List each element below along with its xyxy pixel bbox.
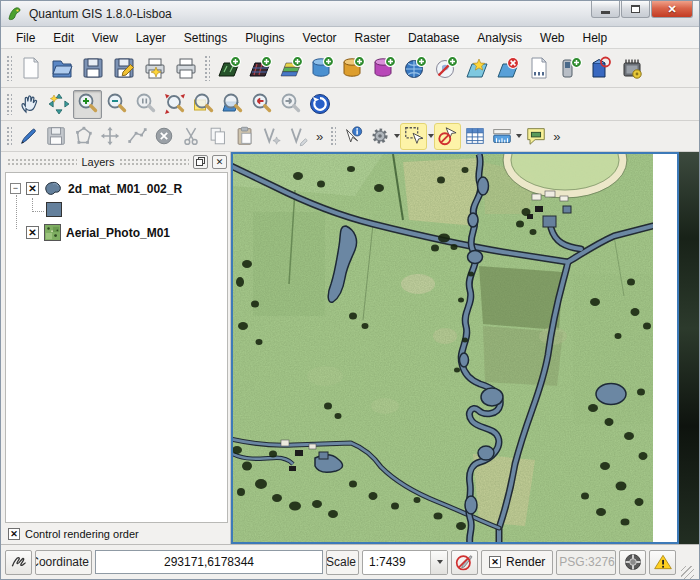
pan-to-selection-button[interactable] bbox=[44, 90, 73, 119]
crs-status-button[interactable] bbox=[619, 550, 646, 575]
identify-features-button[interactable] bbox=[339, 123, 366, 150]
paste-features-button[interactable] bbox=[231, 123, 258, 150]
open-project-button[interactable] bbox=[46, 52, 77, 85]
menu-file[interactable]: File bbox=[7, 29, 44, 47]
render-toggle[interactable]: ✕ Render bbox=[481, 550, 553, 575]
zoom-full-extent-button[interactable] bbox=[160, 90, 189, 119]
save-edits-button[interactable] bbox=[42, 123, 69, 150]
title-bar[interactable]: Quantum GIS 1.8.0-Lisboa ✕ bbox=[1, 1, 699, 27]
add-delimited-text-layer-button[interactable] bbox=[523, 52, 554, 85]
menu-vector[interactable]: Vector bbox=[294, 29, 346, 47]
zoom-to-selection-button[interactable] bbox=[189, 90, 218, 119]
attributes-overflow-chevron[interactable]: » bbox=[549, 129, 564, 144]
toolbar-grip[interactable] bbox=[6, 55, 12, 81]
zoom-next-button[interactable] bbox=[276, 90, 305, 119]
new-print-composer-button[interactable] bbox=[139, 52, 170, 85]
remove-layer-button[interactable] bbox=[492, 52, 523, 85]
control-rendering-order-row[interactable]: ✕ Control rendering order bbox=[4, 525, 230, 543]
resize-grip[interactable] bbox=[681, 566, 694, 579]
new-project-button[interactable] bbox=[15, 52, 46, 85]
crs-status-label[interactable]: PSG:3276 bbox=[556, 550, 616, 575]
layer-symbol-swatch[interactable] bbox=[46, 202, 62, 217]
menu-analysis[interactable]: Analysis bbox=[468, 29, 531, 47]
close-icon: ✕ bbox=[667, 3, 676, 16]
minimize-button[interactable] bbox=[591, 1, 620, 18]
add-spatialite-layer-button[interactable] bbox=[337, 52, 368, 85]
scale-combobox[interactable]: 1:7439 bbox=[362, 550, 448, 575]
toolbar-grip[interactable] bbox=[6, 93, 12, 115]
add-mssql-layer-button[interactable] bbox=[368, 52, 399, 85]
cut-features-button[interactable] bbox=[177, 123, 204, 150]
toggle-editing-button[interactable] bbox=[15, 123, 42, 150]
select-features-button[interactable] bbox=[400, 123, 434, 150]
deselect-features-button[interactable] bbox=[434, 123, 461, 150]
copy-features-button[interactable] bbox=[204, 123, 231, 150]
menu-edit[interactable]: Edit bbox=[44, 29, 83, 47]
measure-button[interactable] bbox=[488, 123, 522, 150]
open-attribute-table-button[interactable] bbox=[461, 123, 488, 150]
menu-view[interactable]: View bbox=[83, 29, 127, 47]
log-messages-button[interactable] bbox=[649, 550, 676, 575]
python-console-button[interactable] bbox=[616, 52, 647, 85]
panel-float-button[interactable] bbox=[193, 155, 208, 169]
add-vector-layer-button[interactable] bbox=[213, 52, 244, 85]
toolbar-grip[interactable] bbox=[330, 126, 336, 146]
add-wfs-layer-button[interactable] bbox=[430, 52, 461, 85]
capture-polygon-button[interactable] bbox=[69, 123, 96, 150]
composer-manager-button[interactable] bbox=[170, 52, 201, 85]
toolbar-grip[interactable] bbox=[6, 126, 12, 146]
add-wms-layer-button[interactable] bbox=[399, 52, 430, 85]
control-rendering-order-checkbox[interactable]: ✕ bbox=[8, 528, 20, 540]
add-raster-layer-button[interactable] bbox=[244, 52, 275, 85]
menu-raster[interactable]: Raster bbox=[346, 29, 399, 47]
node-tool-button[interactable] bbox=[123, 123, 150, 150]
zoom-out-button[interactable] bbox=[102, 90, 131, 119]
move-feature-button[interactable] bbox=[96, 123, 123, 150]
save-project-as-button[interactable] bbox=[108, 52, 139, 85]
menu-database[interactable]: Database bbox=[399, 29, 468, 47]
panel-close-button[interactable]: ✕ bbox=[212, 155, 227, 169]
zoom-native-button[interactable] bbox=[131, 90, 160, 119]
remove-layer-icon bbox=[496, 56, 520, 80]
add-postgis-layer-button[interactable] bbox=[306, 52, 337, 85]
offset-curve-button[interactable] bbox=[285, 123, 312, 150]
layer-name[interactable]: Aerial_Photo_M01 bbox=[66, 226, 170, 240]
delete-selected-icon bbox=[153, 125, 175, 147]
menu-help[interactable]: Help bbox=[573, 29, 616, 47]
layer-checkbox[interactable]: ✕ bbox=[26, 182, 39, 195]
close-button[interactable]: ✕ bbox=[651, 1, 693, 18]
coordinate-input[interactable] bbox=[95, 550, 323, 574]
pan-map-button[interactable] bbox=[15, 90, 44, 119]
render-checkbox[interactable]: ✕ bbox=[489, 556, 501, 568]
stop-rendering-button[interactable] bbox=[451, 550, 478, 575]
delete-selected-button[interactable] bbox=[150, 123, 177, 150]
expander-icon[interactable]: − bbox=[10, 183, 21, 194]
menu-settings[interactable]: Settings bbox=[175, 29, 236, 47]
layers-panel-titlebar[interactable]: Layers ✕ bbox=[4, 152, 230, 171]
maximize-button[interactable] bbox=[621, 1, 650, 18]
menu-layer[interactable]: Layer bbox=[127, 29, 175, 47]
map-canvas[interactable] bbox=[231, 152, 679, 544]
toolbar-grip[interactable] bbox=[204, 55, 210, 81]
digitize-overflow-chevron[interactable]: » bbox=[312, 129, 327, 144]
menu-web[interactable]: Web bbox=[531, 29, 573, 47]
layer-checkbox[interactable]: ✕ bbox=[26, 226, 39, 239]
layer-item-vector[interactable]: − ✕ 2d_mat_M01_002_R bbox=[10, 181, 223, 196]
layer-name[interactable]: 2d_mat_M01_002_R bbox=[68, 182, 182, 196]
map-tips-button[interactable] bbox=[522, 123, 549, 150]
zoom-in-button[interactable] bbox=[73, 90, 102, 119]
new-shapefile-layer-button[interactable] bbox=[461, 52, 492, 85]
scale-dropdown-button[interactable] bbox=[430, 551, 447, 574]
add-database-layer-button[interactable] bbox=[275, 52, 306, 85]
metasearch-button[interactable] bbox=[585, 52, 616, 85]
gps-tools-button[interactable] bbox=[554, 52, 585, 85]
zoom-to-layer-button[interactable] bbox=[218, 90, 247, 119]
run-feature-action-button[interactable] bbox=[366, 123, 400, 150]
rotate-point-symbols-button[interactable] bbox=[258, 123, 285, 150]
zoom-last-button[interactable] bbox=[247, 90, 276, 119]
menu-plugins[interactable]: Plugins bbox=[236, 29, 293, 47]
save-project-button[interactable] bbox=[77, 52, 108, 85]
layer-item-raster[interactable]: ✕ Aerial_Photo_M01 bbox=[26, 224, 223, 241]
refresh-map-button[interactable] bbox=[305, 90, 334, 119]
toggle-extents-button[interactable] bbox=[5, 550, 32, 575]
